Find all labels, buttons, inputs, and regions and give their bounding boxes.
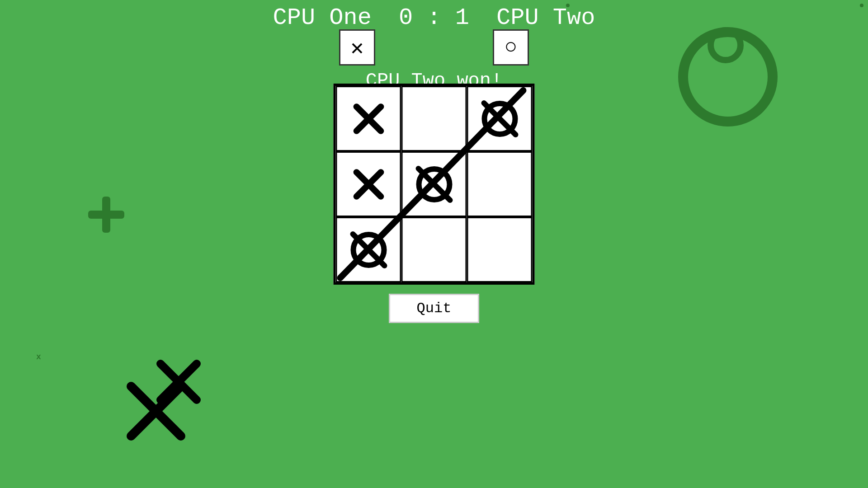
o-mark-0-2 [479,99,520,139]
deco-x-tiny-icon: x [36,352,41,361]
cell-2-0[interactable] [336,217,401,282]
cell-1-0[interactable] [336,151,401,217]
player1-score-icon: ✕ [339,29,375,66]
cell-0-2[interactable] [467,86,533,151]
player2-score-icon: ○ [493,29,529,66]
svg-rect-1 [88,211,124,219]
x-mark-1-0 [348,164,389,205]
game-board-container [334,84,535,285]
x-mark-0-0 [348,99,389,139]
cell-1-2[interactable] [467,151,533,217]
deco-circle-small [708,27,744,63]
score-display: 0 : 1 [399,5,469,31]
cell-0-1[interactable] [401,86,467,151]
score-icons-row: ✕ ○ [339,29,529,66]
player2-name: CPU Two [496,5,595,31]
cell-1-1[interactable] [401,151,467,217]
quit-button[interactable]: Quit [389,294,479,323]
cell-2-1[interactable] [401,217,467,282]
game-board [334,84,535,285]
cell-2-2[interactable] [467,217,533,282]
header: CPU One 0 : 1 CPU Two [0,0,868,31]
o-mark-1-1 [414,164,454,205]
deco-plus-icon [86,194,127,237]
cell-0-0[interactable] [336,86,401,151]
deco-x-large-icon [127,382,185,443]
player1-name: CPU One [273,5,372,31]
o-mark-2-0 [348,230,389,270]
